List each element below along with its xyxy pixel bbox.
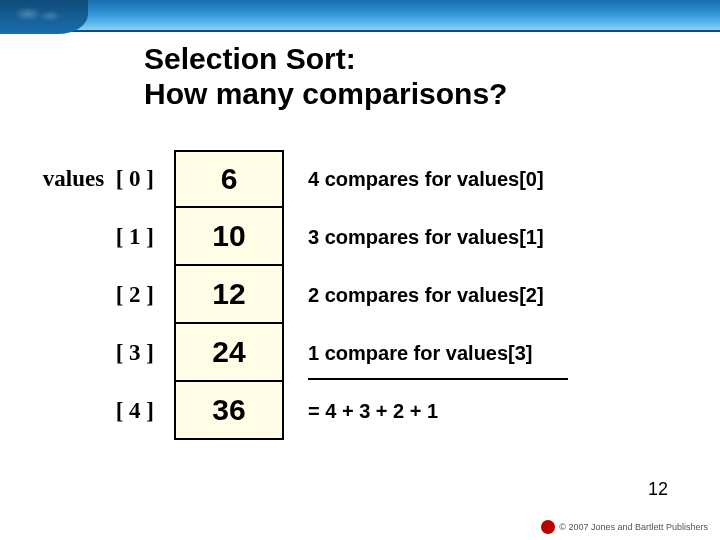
copyright-text: © 2007 Jones and Bartlett Publishers	[559, 522, 708, 532]
compare-note-3: 1 compare for values[3]	[302, 324, 632, 382]
publisher-logo-icon	[541, 520, 555, 534]
copyright-footer: © 2007 Jones and Bartlett Publishers	[541, 520, 708, 534]
cell-value: 6	[221, 162, 238, 196]
array-cell-0: 6	[174, 150, 284, 208]
sum-divider-line	[308, 378, 568, 380]
header-bar	[0, 0, 720, 32]
page-number: 12	[648, 479, 668, 500]
corner-decoration	[0, 0, 88, 34]
index-label: [ 3 ]	[116, 340, 154, 365]
slide-title: Selection Sort: How many comparisons?	[144, 42, 507, 111]
array-cell-3: 24	[174, 324, 284, 382]
compare-note-0: 4 compares for values[0]	[302, 150, 632, 208]
array-cell-4: 36	[174, 382, 284, 440]
array-label-0: values [ 0 ]	[38, 150, 156, 208]
note-text: 1 compare for values[3]	[308, 342, 533, 365]
array-diagram: values [ 0 ] 6 4 compares for values[0] …	[38, 150, 632, 440]
title-line-1: Selection Sort:	[144, 42, 356, 75]
array-label-1: [ 1 ]	[38, 208, 156, 266]
cell-value: 10	[212, 219, 245, 253]
title-line-2: How many comparisons?	[144, 77, 507, 110]
compare-sum: = 4 + 3 + 2 + 1	[302, 382, 632, 440]
array-label-4: [ 4 ]	[38, 382, 156, 440]
note-text: 4 compares for values[0]	[308, 168, 544, 191]
array-cell-1: 10	[174, 208, 284, 266]
cell-value: 24	[212, 335, 245, 369]
array-variable-name: values	[43, 166, 104, 191]
array-cell-2: 12	[174, 266, 284, 324]
array-label-3: [ 3 ]	[38, 324, 156, 382]
array-label-2: [ 2 ]	[38, 266, 156, 324]
cell-value: 12	[212, 277, 245, 311]
note-text: = 4 + 3 + 2 + 1	[308, 400, 438, 423]
note-text: 2 compares for values[2]	[308, 284, 544, 307]
compare-note-1: 3 compares for values[1]	[302, 208, 632, 266]
note-text: 3 compares for values[1]	[308, 226, 544, 249]
index-label: [ 2 ]	[116, 282, 154, 307]
index-label: [ 0 ]	[116, 166, 154, 191]
index-label: [ 1 ]	[116, 224, 154, 249]
index-label: [ 4 ]	[116, 398, 154, 423]
compare-note-2: 2 compares for values[2]	[302, 266, 632, 324]
cell-value: 36	[212, 393, 245, 427]
